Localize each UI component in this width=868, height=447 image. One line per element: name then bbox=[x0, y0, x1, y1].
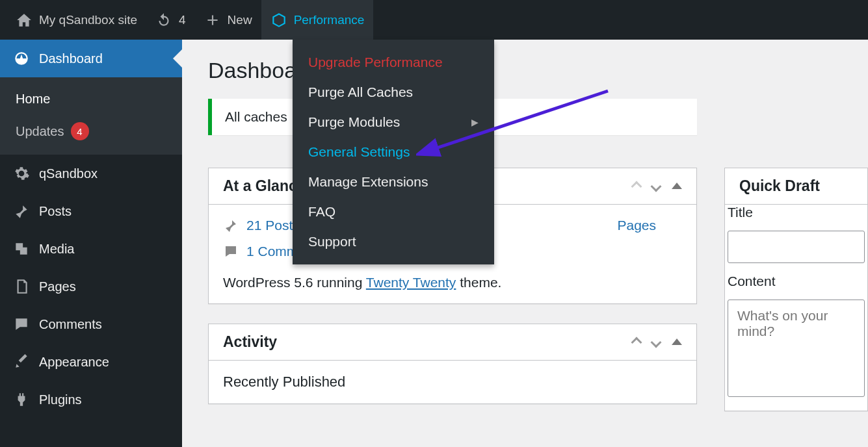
draft-content-label: Content bbox=[728, 274, 865, 289]
brush-icon bbox=[13, 353, 30, 370]
admin-sidebar: Dashboard Home Updates 4 qSandbox Posts … bbox=[0, 40, 182, 447]
cube-icon bbox=[270, 12, 287, 29]
wp-version-text-post: theme. bbox=[456, 275, 501, 290]
plugin-icon bbox=[13, 391, 30, 408]
admin-bar: My qSandbox site 4 New Performance bbox=[0, 0, 868, 40]
glance-pages[interactable]: Pages bbox=[617, 218, 656, 233]
pages-icon bbox=[13, 278, 30, 295]
plus-icon bbox=[204, 12, 221, 29]
sidebar-home[interactable]: Home bbox=[0, 84, 182, 114]
draft-title-input[interactable] bbox=[728, 231, 865, 263]
comment-icon bbox=[223, 244, 239, 259]
perf-upgrade[interactable]: Upgrade Performance bbox=[293, 47, 494, 77]
adminbar-site-home[interactable]: My qSandbox site bbox=[7, 0, 146, 40]
move-up-icon[interactable] bbox=[631, 181, 642, 192]
adminbar-updates[interactable]: 4 bbox=[146, 0, 195, 40]
activity-box: Activity Recently Published bbox=[208, 324, 697, 404]
gear-icon bbox=[13, 165, 30, 182]
comment-icon bbox=[13, 316, 30, 333]
dashboard-icon bbox=[13, 50, 30, 67]
quick-draft-header[interactable]: Quick Draft bbox=[725, 168, 867, 205]
toggle-box-icon[interactable] bbox=[672, 183, 682, 189]
new-label: New bbox=[228, 13, 252, 27]
sidebar-qsandbox[interactable]: qSandbox bbox=[0, 155, 182, 192]
move-down-icon[interactable] bbox=[651, 337, 662, 348]
quick-draft-title: Quick Draft bbox=[739, 177, 820, 195]
sidebar-dashboard-submenu: Home Updates 4 bbox=[0, 77, 182, 155]
move-up-icon[interactable] bbox=[631, 337, 642, 348]
updates-badge: 4 bbox=[71, 122, 89, 140]
sidebar-posts[interactable]: Posts bbox=[0, 192, 182, 230]
theme-link[interactable]: Twenty Twenty bbox=[366, 275, 456, 290]
sidebar-updates[interactable]: Updates 4 bbox=[0, 114, 182, 148]
refresh-icon bbox=[155, 12, 172, 29]
pin-icon bbox=[13, 203, 30, 220]
sidebar-dashboard[interactable]: Dashboard bbox=[0, 40, 182, 77]
perf-manage-extensions[interactable]: Manage Extensions bbox=[293, 167, 494, 197]
draft-content-input[interactable] bbox=[728, 300, 865, 397]
perf-general-settings[interactable]: General Settings bbox=[293, 137, 494, 167]
quick-draft-box: Quick Draft Title Content bbox=[724, 168, 868, 411]
sidebar-dashboard-label: Dashboard bbox=[39, 51, 103, 66]
perf-support[interactable]: Support bbox=[293, 227, 494, 257]
chevron-right-icon: ▶ bbox=[471, 117, 479, 127]
performance-label: Performance bbox=[294, 13, 365, 27]
sidebar-plugins[interactable]: Plugins bbox=[0, 381, 182, 418]
main-content: Dashboard All caches At a Glance bbox=[182, 40, 868, 447]
recently-published-heading: Recently Published bbox=[223, 374, 682, 390]
media-icon bbox=[13, 240, 30, 257]
toggle-box-icon[interactable] bbox=[672, 338, 682, 345]
move-down-icon[interactable] bbox=[651, 181, 662, 192]
sidebar-appearance[interactable]: Appearance bbox=[0, 343, 182, 381]
perf-purge-modules[interactable]: Purge Modules▶ bbox=[293, 107, 494, 137]
site-name: My qSandbox site bbox=[39, 13, 137, 27]
sidebar-media[interactable]: Media bbox=[0, 230, 182, 268]
glance-posts[interactable]: 21 Posts bbox=[223, 218, 300, 233]
draft-title-label: Title bbox=[728, 205, 865, 220]
pin-icon bbox=[223, 218, 239, 233]
wp-version-text-pre: WordPress 5.6 running bbox=[223, 275, 366, 290]
sidebar-pages[interactable]: Pages bbox=[0, 268, 182, 305]
activity-title: Activity bbox=[223, 333, 277, 351]
updates-count: 4 bbox=[179, 13, 186, 27]
adminbar-new[interactable]: New bbox=[195, 0, 261, 40]
activity-header[interactable]: Activity bbox=[209, 324, 696, 361]
perf-purge-all[interactable]: Purge All Caches bbox=[293, 77, 494, 107]
performance-dropdown: Upgrade Performance Purge All Caches Pur… bbox=[293, 40, 494, 264]
home-icon bbox=[16, 12, 33, 29]
adminbar-performance[interactable]: Performance bbox=[261, 0, 374, 40]
perf-faq[interactable]: FAQ bbox=[293, 197, 494, 227]
sidebar-comments[interactable]: Comments bbox=[0, 305, 182, 343]
